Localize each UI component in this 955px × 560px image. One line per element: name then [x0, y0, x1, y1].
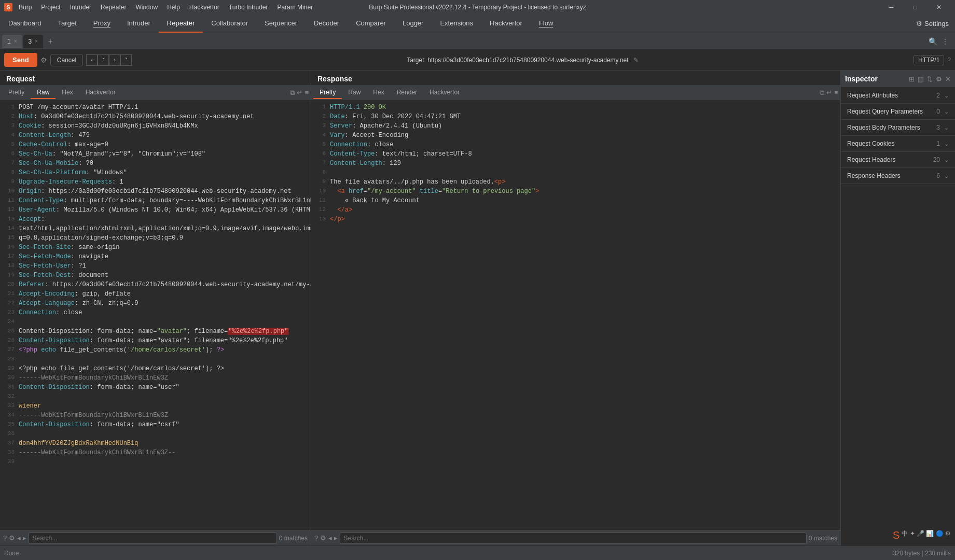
inspector-row-label: Request Query Parameters [847, 108, 936, 115]
nav-intruder[interactable]: Intruder [119, 15, 159, 33]
nav-flow[interactable]: Flow [531, 15, 561, 33]
tab-1-label: 1 [7, 38, 11, 45]
edit-target-icon[interactable]: ✎ [633, 57, 639, 64]
inspector-row-4[interactable]: Request Headers20⌄ [841, 152, 955, 168]
up-arrow-button[interactable]: ˅ [120, 54, 132, 66]
menu-intruder[interactable]: Intruder [66, 3, 95, 12]
inspector-list-icon[interactable]: ▤ [918, 75, 924, 83]
line-number: 11 [2, 196, 15, 205]
response-footer-gear-icon[interactable]: ⚙ [320, 534, 326, 542]
response-tab-raw[interactable]: Raw [342, 87, 367, 99]
nav-repeater[interactable]: Repeater [159, 15, 203, 33]
close-button[interactable]: ✕ [927, 0, 951, 15]
inspector-sort-icon[interactable]: ⇅ [927, 75, 933, 83]
menu-project[interactable]: Project [37, 3, 64, 12]
menu-help[interactable]: Help [163, 3, 184, 12]
line-number: 9 [313, 177, 326, 187]
nav-target[interactable]: Target [50, 15, 85, 33]
menu-hackvertor[interactable]: Hackvertor [185, 3, 224, 12]
http-version-badge[interactable]: HTTP/1 [914, 55, 944, 65]
menu-param-miner[interactable]: Param Miner [273, 3, 317, 12]
line-content: Sec-Fetch-Dest: document [19, 271, 309, 280]
send-button[interactable]: Send [4, 53, 37, 67]
inspector-row-3[interactable]: Request Cookies1⌄ [841, 136, 955, 152]
request-search-input[interactable] [29, 533, 276, 544]
line-number: 4 [2, 131, 15, 140]
menu-turbo-intruder[interactable]: Turbo Intruder [225, 3, 272, 12]
help-icon[interactable]: ? [947, 57, 951, 64]
request-copy-icon[interactable]: ⧉ [290, 89, 295, 97]
cancel-button[interactable]: Cancel [50, 54, 83, 66]
nav-logger[interactable]: Logger [394, 15, 432, 33]
request-wrap-icon[interactable]: ↵ [297, 89, 302, 96]
inspector-row-label: Request Attributes [847, 92, 936, 99]
request-footer-gear-icon[interactable]: ⚙ [9, 534, 15, 542]
menu-burp[interactable]: Burp [15, 3, 36, 12]
response-panel-title: Response [311, 71, 840, 85]
response-footer-back-icon[interactable]: ◂ [328, 534, 332, 542]
request-tab-hex[interactable]: Hex [56, 87, 79, 99]
line-number: 13 [2, 215, 15, 224]
request-line: 12User-Agent: Mozilla/5.0 (Windows NT 10… [2, 205, 309, 215]
line-number: 9 [2, 177, 15, 187]
navbar: Dashboard Target Proxy Intruder Repeater… [0, 15, 955, 33]
response-footer-help-icon[interactable]: ? [314, 534, 318, 542]
nav-proxy[interactable]: Proxy [85, 15, 119, 33]
tab-3-close[interactable]: × [35, 38, 38, 44]
inspector-row-2[interactable]: Request Body Parameters3⌄ [841, 120, 955, 136]
back-arrow-button[interactable]: ‹ [86, 54, 98, 66]
response-tab-hackvertor[interactable]: Hackvertor [423, 87, 466, 99]
request-tab-pretty[interactable]: Pretty [2, 87, 31, 99]
maximize-button[interactable]: □ [903, 0, 927, 15]
response-wrap-icon[interactable]: ↵ [826, 89, 832, 96]
down-arrow-button[interactable]: ˅ [98, 54, 109, 66]
tab-1[interactable]: 1 × [2, 35, 22, 48]
inspector-grid-icon[interactable]: ⊞ [909, 75, 915, 83]
line-content: Content-Disposition: form-data; name="av… [19, 327, 309, 336]
inspector-row-label: Request Headers [847, 156, 933, 163]
request-line: 35Content-Disposition: form-data; name="… [2, 420, 309, 429]
request-footer-back-icon[interactable]: ◂ [17, 534, 21, 542]
inspector-row-1[interactable]: Request Query Parameters0⌄ [841, 104, 955, 120]
response-more-icon[interactable]: ≡ [834, 89, 838, 96]
inspector-close-icon[interactable]: ✕ [945, 75, 951, 83]
request-tab-raw[interactable]: Raw [31, 87, 56, 99]
send-gear-icon[interactable]: ⚙ [40, 56, 47, 64]
response-search-input[interactable] [340, 533, 806, 544]
request-tab-hackvertor[interactable]: Hackvertor [79, 87, 122, 99]
forward-arrow-button[interactable]: › [109, 54, 120, 66]
response-footer-forward-icon[interactable]: ▸ [334, 534, 338, 542]
nav-sequencer[interactable]: Sequencer [256, 15, 306, 33]
line-number: 3 [313, 121, 326, 131]
request-code-area[interactable]: 1POST /my-account/avatar HTTP/1.12Host: … [0, 101, 311, 530]
tab-3-label: 3 [29, 38, 32, 45]
tab-1-close[interactable]: × [14, 38, 17, 44]
settings-button[interactable]: ⚙ Settings [910, 15, 955, 33]
inspector-row-5[interactable]: Response Headers6⌄ [841, 168, 955, 184]
nav-decoder[interactable]: Decoder [306, 15, 348, 33]
add-tab-button[interactable]: + [44, 35, 57, 48]
response-copy-icon[interactable]: ⧉ [820, 89, 824, 97]
response-tab-render[interactable]: Render [391, 87, 423, 99]
nav-extensions[interactable]: Extensions [432, 15, 481, 33]
tab-search-icon[interactable]: 🔍 [929, 37, 937, 46]
request-more-icon[interactable]: ≡ [305, 89, 309, 96]
response-code-area[interactable]: 1HTTP/1.1 200 OK2Date: Fri, 30 Dec 2022 … [311, 101, 840, 530]
line-content: Sec-Fetch-User: ?1 [19, 261, 309, 271]
nav-collaborator[interactable]: Collaborator [203, 15, 256, 33]
minimize-button[interactable]: ─ [879, 0, 903, 15]
nav-dashboard[interactable]: Dashboard [0, 15, 50, 33]
menu-window[interactable]: Window [131, 3, 162, 12]
tab-3[interactable]: 3 × [23, 35, 44, 48]
request-footer-help-icon[interactable]: ? [3, 534, 7, 542]
response-tab-hex[interactable]: Hex [367, 87, 390, 99]
nav-hackvertor[interactable]: Hackvertor [481, 15, 531, 33]
tab-more-icon[interactable]: ⋮ [942, 37, 949, 46]
request-footer-forward-icon[interactable]: ▸ [23, 534, 26, 542]
line-number: 15 [2, 233, 15, 243]
response-tab-pretty[interactable]: Pretty [313, 87, 342, 99]
inspector-row-0[interactable]: Request Attributes2⌄ [841, 88, 955, 104]
menu-repeater[interactable]: Repeater [96, 3, 130, 12]
nav-comparer[interactable]: Comparer [348, 15, 394, 33]
inspector-gear-icon[interactable]: ⚙ [936, 75, 942, 83]
